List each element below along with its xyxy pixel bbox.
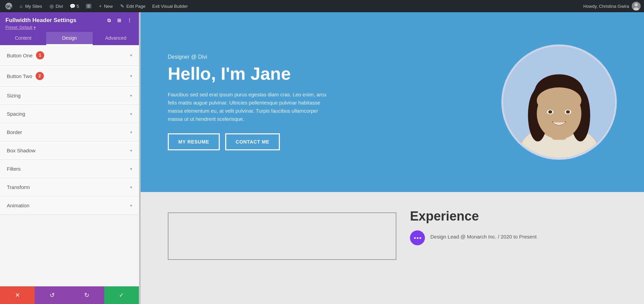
bubble-number: 0 [86,4,91,8]
panel-title-text: Fullwidth Header Settings [5,17,76,24]
tab-design[interactable]: Design [46,32,92,45]
section-transform: Transform ▾ [0,178,139,196]
panel-preset[interactable]: Preset: Default ▾ [5,25,133,30]
experience-card-outline [168,212,396,260]
hero-section: Designer @ Divi Hello, I'm Jane Faucibus… [141,12,644,192]
wp-admin-bar: ⌂ My Sites ◎ Divi 💬 5 0 ＋ New ✎ Edit Pag… [0,0,644,12]
cancel-icon: ✕ [15,291,20,299]
section-border-header[interactable]: Border ▾ [0,123,139,141]
experience-title: Experience [410,209,617,224]
my-sites-menu[interactable]: ⌂ My Sites [16,0,45,12]
filters-label: Filters [7,166,21,172]
exit-builder-label: Exit Visual Builder [152,4,188,9]
section-box-shadow-header[interactable]: Box Shadow ▾ [0,141,139,159]
settings-panel: Fullwidth Header Settings ⧉ ⊞ ⋮ Preset: … [0,12,139,304]
chevron-button-one: ▾ [130,53,132,58]
panel-header: Fullwidth Header Settings ⧉ ⊞ ⋮ Preset: … [0,12,139,32]
section-filters: Filters ▾ [0,160,139,178]
redo-button[interactable]: ↻ [70,286,104,304]
section-button-one: Button One 1 ▾ [0,45,139,66]
exit-builder-button[interactable]: Exit Visual Builder [149,0,191,12]
badge-2: 2 [36,72,44,80]
preview-area: Designer @ Divi Hello, I'm Jane Faucibus… [141,12,644,304]
undo-icon: ↺ [50,291,55,299]
home-icon: ⌂ [18,3,24,9]
section-sizing: Sizing ▾ [0,87,139,105]
section-animation-header[interactable]: Animation ▾ [0,196,139,214]
exp-dots-icon [414,237,421,239]
panel-title-row: Fullwidth Header Settings ⧉ ⊞ ⋮ [5,16,133,24]
section-border: Border ▾ [0,123,139,141]
new-button[interactable]: ＋ New [95,0,115,12]
chevron-transform: ▾ [130,185,132,190]
svg-point-16 [548,110,552,114]
dot-2 [417,237,418,239]
portrait-placeholder [503,46,615,158]
experience-section: Experience Design Lead @ Monarch Inc. / … [141,192,644,304]
exp-icon-bubble [410,230,425,245]
button-two-label: Button Two [7,73,32,79]
section-sizing-header[interactable]: Sizing ▾ [0,87,139,104]
divi-icon: ◎ [49,3,54,9]
save-icon: ✓ [119,291,124,299]
howdy-label: Howdy, Christina Gwira [583,4,629,9]
hero-content: Designer @ Divi Hello, I'm Jane Faucibus… [168,54,331,150]
bubble-count[interactable]: 0 [83,0,94,12]
more-options-icon[interactable]: ⋮ [125,16,133,24]
panel-tabs: Content Design Advanced [0,32,139,45]
edit-page-button[interactable]: ✎ Edit Page [117,0,148,12]
windowed-icon[interactable]: ⧉ [105,16,113,24]
divi-menu[interactable]: ◎ Divi [46,0,66,12]
section-box-shadow: Box Shadow ▾ [0,141,139,160]
chevron-spacing: ▾ [130,112,132,116]
wp-logo[interactable] [3,0,14,12]
chevron-border: ▾ [130,130,132,135]
badge-1: 1 [36,51,44,59]
hero-description: Faucibus sed sed erat ipsum purus egesta… [168,91,331,123]
resume-button[interactable]: MY RESUME [168,133,220,150]
section-button-one-header[interactable]: Button One 1 ▾ [0,45,139,65]
my-sites-label: My Sites [25,4,42,9]
svg-point-13 [537,88,581,114]
experience-item-text: Design Lead @ Monarch Inc. / 2020 to Pre… [430,230,537,240]
new-label: New [104,4,113,9]
preset-chevron: ▾ [34,25,36,30]
experience-item: Design Lead @ Monarch Inc. / 2020 to Pre… [410,230,617,245]
cancel-button[interactable]: ✕ [0,286,35,304]
save-button[interactable]: ✓ [104,286,139,304]
edit-page-label: Edit Page [126,4,145,9]
hero-subtitle: Designer @ Divi [168,54,331,60]
spacing-label: Spacing [7,111,25,117]
section-animation: Animation ▾ [0,196,139,215]
chevron-box-shadow: ▾ [130,148,132,153]
tab-content[interactable]: Content [0,32,46,45]
columns-icon[interactable]: ⊞ [115,16,123,24]
dot-3 [419,237,421,239]
hero-title: Hello, I'm Jane [168,64,331,83]
panel-title-icons: ⧉ ⊞ ⋮ [105,16,133,24]
box-shadow-label: Box Shadow [7,148,35,153]
chevron-filters: ▾ [130,167,132,171]
section-transform-header[interactable]: Transform ▾ [0,178,139,196]
section-button-two-header[interactable]: Button Two 2 ▾ [0,66,139,86]
section-button-two: Button Two 2 ▾ [0,66,139,87]
user-avatar[interactable] [632,2,641,11]
panel-preset-text: Preset: Default [5,25,32,30]
comments-menu[interactable]: 💬 5 [67,0,82,12]
hero-buttons: MY RESUME CONTACT ME [168,133,331,150]
dot-1 [414,237,416,239]
transform-label: Transform [7,184,30,190]
tab-advanced[interactable]: Advanced [93,32,139,45]
comments-count: 5 [77,4,79,9]
section-spacing-header[interactable]: Spacing ▾ [0,105,139,123]
border-label: Border [7,129,22,135]
animation-label: Animation [7,203,30,208]
button-one-label: Button One [7,53,33,58]
contact-button[interactable]: CONTACT ME [225,133,280,150]
undo-button[interactable]: ↺ [35,286,69,304]
section-filters-header[interactable]: Filters ▾ [0,160,139,178]
panel-sections: Button One 1 ▾ Button Two 2 ▾ [0,45,139,286]
hero-portrait [501,44,617,160]
experience-content: Experience Design Lead @ Monarch Inc. / … [410,209,617,260]
section-spacing: Spacing ▾ [0,105,139,123]
